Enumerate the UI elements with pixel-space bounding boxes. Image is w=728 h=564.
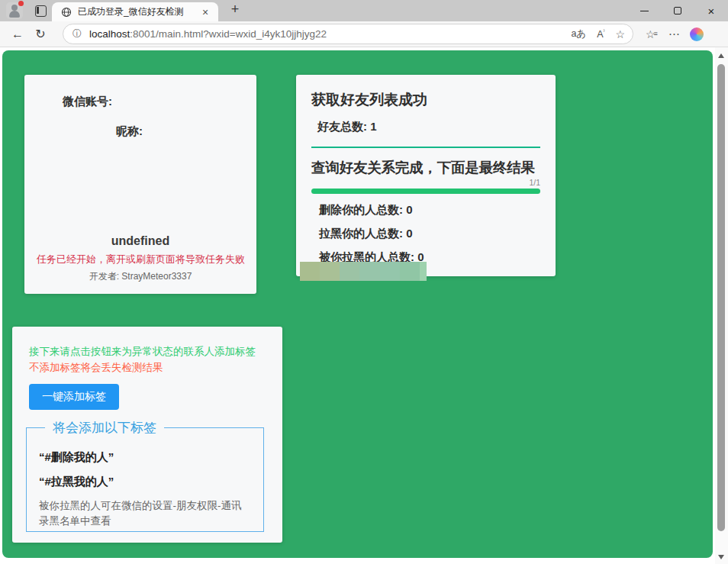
tag-card: 接下来请点击按钮来为异常状态的联系人添加标签 不添加标签将会丢失检测结果 一键添…	[12, 327, 282, 543]
censor-cell	[400, 262, 420, 281]
browser-toolbar: ← ↻ ⓘ localhost:8001/main.html?wxid=wxid…	[0, 21, 728, 47]
tag-fieldset-legend: 将会添加以下标签	[45, 419, 164, 437]
url-text: localhost:8001/main.html?wxid=wxid_i4yk1…	[89, 28, 560, 40]
censor-cell	[300, 262, 320, 281]
instruction-orange: 不添加标签将会丢失检测结果	[29, 361, 266, 375]
green-divider	[311, 147, 540, 148]
instruction-green: 接下来请点击按钮来为异常状态的联系人添加标签	[29, 345, 266, 359]
minimize-icon	[640, 11, 649, 11]
tab-close-icon[interactable]: ×	[198, 6, 212, 18]
close-button[interactable]: ×	[694, 0, 728, 21]
close-icon: ×	[708, 5, 715, 17]
translate-icon[interactable]: aあ	[571, 27, 586, 40]
nickname-label: 昵称:	[116, 124, 244, 139]
query-done-title: 查询好友关系完成，下面是最终结果	[311, 158, 540, 177]
censor-strip	[300, 262, 427, 281]
scrollbar-thumb[interactable]	[717, 64, 725, 531]
site-info-icon[interactable]: ⓘ	[72, 27, 82, 40]
add-tag-button[interactable]: 一键添加标签	[29, 384, 119, 410]
developer-text: 开发者: StrayMeteor3337	[37, 270, 244, 283]
account-card-footer: undefined 任务已经开始，离开或刷新页面将导致任务失败 开发者: Str…	[37, 234, 244, 283]
favorite-star-icon[interactable]: ☆	[615, 28, 625, 40]
new-tab-button[interactable]: +	[226, 2, 244, 18]
tag-blocked-label: “#拉黑我的人”	[39, 475, 253, 489]
tag-fieldset: 将会添加以下标签 “#删除我的人” “#拉黑我的人” 被你拉黑的人可在微信的设置…	[26, 419, 264, 532]
globe-icon	[61, 7, 72, 18]
read-aloud-waves: ⁾	[603, 28, 604, 35]
wechat-account-label: 微信账号:	[63, 95, 244, 109]
undefined-text: undefined	[37, 234, 244, 248]
notification-dot	[18, 1, 24, 6]
refresh-button[interactable]: ↻	[29, 27, 52, 41]
address-bar[interactable]: ⓘ localhost:8001/main.html?wxid=wxid_i4y…	[63, 24, 633, 44]
censor-cell	[320, 262, 340, 281]
back-button[interactable]: ←	[6, 27, 29, 41]
settings-more-icon[interactable]: ⋯	[668, 27, 681, 41]
censor-cell	[420, 262, 427, 281]
fetch-success-title: 获取好友列表成功	[311, 90, 540, 110]
censor-cell	[380, 262, 400, 281]
maximize-icon	[674, 7, 681, 15]
account-card: 微信账号: 昵称: undefined 任务已经开始，离开或刷新页面将导致任务失…	[24, 75, 256, 294]
scrollbar-up-arrow[interactable]	[718, 53, 724, 58]
censor-cell	[359, 262, 379, 281]
workspaces-icon[interactable]	[35, 5, 47, 17]
profile-avatar[interactable]	[6, 2, 23, 19]
favorites-bar-icon[interactable]: ☆≡	[646, 28, 659, 40]
page-scrollbar	[715, 47, 728, 564]
tab-strip: 已成功登录_微信好友检测 × + ×	[0, 0, 728, 21]
browser-tab[interactable]: 已成功登录_微信好友检测 ×	[52, 2, 218, 21]
read-aloud-icon[interactable]: A⁾	[597, 28, 604, 40]
favorites-lines: ≡	[654, 30, 658, 37]
scrollbar-down-arrow[interactable]	[718, 555, 724, 559]
tag-deleted-label: “#删除我的人”	[39, 450, 253, 465]
url-path: :8001/main.html?wxid=wxid_i4yk10jjhjyg22	[130, 28, 327, 40]
progress-fraction: 1/1	[311, 178, 540, 187]
copilot-icon[interactable]	[690, 27, 704, 41]
maximize-button[interactable]	[661, 0, 694, 21]
window-controls: ×	[627, 0, 728, 21]
url-host: localhost	[89, 28, 130, 40]
deleted-you-count: 删除你的人总数: 0	[319, 203, 540, 218]
page-viewport: 微信账号: 昵称: undefined 任务已经开始，离开或刷新页面将导致任务失…	[0, 47, 728, 564]
censor-cell	[340, 262, 359, 281]
task-warning-text: 任务已经开始，离开或刷新页面将导致任务失败	[37, 253, 244, 266]
blocked-you-count: 拉黑你的人总数: 0	[319, 227, 540, 241]
friends-total-text: 好友总数: 1	[317, 120, 540, 134]
tab-title: 已成功登录_微信好友检测	[78, 5, 198, 18]
minimize-button[interactable]	[627, 0, 661, 21]
tag-note: 被你拉黑的人可在微信的设置-朋友权限-通讯录黑名单中查看	[39, 498, 250, 528]
progress-bar	[311, 189, 540, 194]
result-card: 获取好友列表成功 好友总数: 1 查询好友关系完成，下面是最终结果 1/1 删除…	[296, 75, 556, 276]
